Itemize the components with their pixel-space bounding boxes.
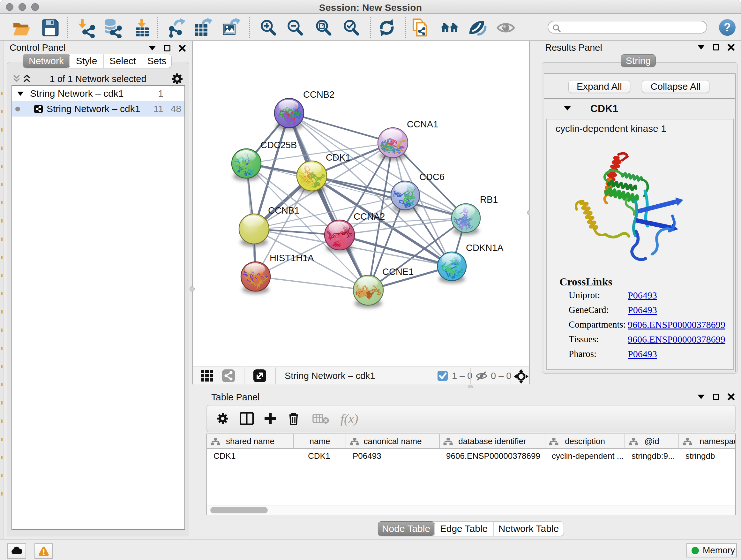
tab-node-table[interactable]: Node Table <box>378 522 434 536</box>
edge-HIST1H1A-CCNE1[interactable] <box>256 276 368 290</box>
crosslink-link[interactable]: P06493 <box>628 290 657 301</box>
import-network-database-icon[interactable] <box>103 18 123 38</box>
add-column-icon[interactable] <box>264 412 277 425</box>
entry-expander-icon[interactable] <box>564 106 571 111</box>
network-badge-icon[interactable] <box>222 369 235 382</box>
export-network-icon[interactable] <box>166 18 186 38</box>
cell-@id[interactable]: stringdb:9... <box>625 449 679 463</box>
table-horizontal-scrollbar[interactable] <box>207 505 735 515</box>
table-row[interactable]: CDK1CDK1P064939606.ENSP00000378699cyclin… <box>207 449 735 463</box>
tab-style[interactable]: Style <box>70 54 104 68</box>
crosslink-label: Pharos: <box>569 349 596 359</box>
crosslink-link[interactable]: 9606.ENSP00000378699 <box>628 319 725 330</box>
results-panel-float-icon[interactable] <box>713 44 719 51</box>
zoom-fit-icon[interactable] <box>313 18 333 38</box>
column-header-description[interactable]: description <box>545 434 625 448</box>
left-splitter-handle[interactable] <box>190 287 195 292</box>
zoom-in-icon[interactable] <box>258 18 278 38</box>
cell-description[interactable]: cyclin-dependent ... <box>545 449 625 463</box>
cloud-status-button[interactable] <box>7 543 26 559</box>
cell-database-identifier[interactable]: 9606.ENSP00000378699 <box>440 449 545 463</box>
save-session-icon[interactable] <box>40 18 60 38</box>
show-columns-icon[interactable] <box>240 412 254 425</box>
results-panel: Results Panel String Expand All Collapse… <box>530 41 741 386</box>
delete-column-icon[interactable] <box>287 412 300 425</box>
column-header-database-identifier[interactable]: database identifier <box>440 434 545 448</box>
crosslink-link[interactable]: 9606.ENSP00000378699 <box>628 334 725 345</box>
collapse-all-button[interactable]: Collapse All <box>642 80 710 93</box>
collapsed-tool-strip[interactable] <box>0 41 4 539</box>
crosslink-link[interactable]: P06493 <box>628 349 657 360</box>
node-label-CCNB2: CCNB2 <box>303 89 334 100</box>
open-in-window-icon[interactable] <box>253 369 266 382</box>
cell-name[interactable]: CDK1 <box>294 449 346 463</box>
fit-content-crosshair-icon[interactable] <box>514 369 529 384</box>
results-panel-window-buttons <box>697 44 735 51</box>
table-panel-close-icon[interactable] <box>728 393 735 400</box>
memory-status-button[interactable]: Memory <box>686 543 737 557</box>
table-settings-gear-icon[interactable] <box>216 412 229 425</box>
control-panel-float-icon[interactable] <box>164 45 171 51</box>
edge-CDK1-RB1[interactable] <box>312 176 466 218</box>
import-network-file-icon[interactable] <box>77 18 96 38</box>
tab-sets[interactable]: Sets <box>142 54 172 68</box>
results-entry-header[interactable]: CDK1 <box>544 99 735 119</box>
refresh-icon[interactable] <box>377 18 397 38</box>
node-label-CDK1: CDK1 <box>326 152 350 163</box>
scrollbar-thumb[interactable] <box>210 507 268 513</box>
tab-select[interactable]: Select <box>104 54 142 68</box>
hide-selected-icon[interactable] <box>468 18 487 38</box>
control-panel-tabs: Network Style Select Sets <box>23 54 172 68</box>
function-builder-button[interactable]: f(x) <box>340 411 358 426</box>
results-panel-close-icon[interactable] <box>728 44 735 51</box>
birdseye-grid-icon[interactable] <box>200 369 214 382</box>
open-session-icon[interactable] <box>11 18 31 38</box>
results-panel-menu-icon[interactable] <box>697 45 704 50</box>
network-options-gear-icon[interactable] <box>171 72 184 85</box>
table-header-row: shared namenamecanonical namedatabase id… <box>207 434 735 449</box>
selected-checkbox-icon[interactable] <box>437 370 448 381</box>
network-canvas[interactable]: CCNB2CCNA1CDC25BCDK1CDC6RB1CCNB1CCNA2CDK… <box>193 41 530 367</box>
warning-status-button[interactable] <box>35 543 53 559</box>
column-header-namespace[interactable]: namespace <box>679 434 736 448</box>
table-panel-tabs: Node Table Edge Table Network Table <box>378 522 563 536</box>
help-icon[interactable]: ? <box>718 18 736 37</box>
table-panel-float-icon[interactable] <box>713 394 719 400</box>
cell-canonical-name[interactable]: P06493 <box>346 449 440 463</box>
tab-edge-table[interactable]: Edge Table <box>434 522 494 536</box>
export-table-icon[interactable] <box>193 18 213 38</box>
column-header-canonical-name[interactable]: canonical name <box>346 434 440 448</box>
hidden-eye-icon[interactable] <box>475 371 488 381</box>
collection-expander-icon[interactable] <box>17 91 23 96</box>
export-image-icon[interactable] <box>221 18 241 38</box>
control-panel-close-icon[interactable] <box>179 45 186 52</box>
tab-network-table[interactable]: Network Table <box>494 522 563 536</box>
tab-network[interactable]: Network <box>23 54 70 68</box>
column-type-icon <box>683 438 692 445</box>
current-network-indicator <box>15 107 20 111</box>
crosslink-link[interactable]: P06493 <box>628 305 657 315</box>
copy-network-icon[interactable] <box>411 18 431 38</box>
search-input[interactable] <box>548 21 707 34</box>
column-header-@id[interactable]: @id <box>625 434 679 448</box>
node-label-HIST1H1A: HIST1H1A <box>270 253 314 263</box>
import-table-file-icon[interactable] <box>132 18 152 38</box>
separator <box>244 368 245 384</box>
home-pages-icon[interactable] <box>440 18 460 38</box>
crosslink-label: GeneCard: <box>569 305 609 315</box>
expand-all-button[interactable]: Expand All <box>568 80 630 93</box>
cell-shared-name[interactable]: CDK1 <box>207 449 294 463</box>
cell-namespace[interactable]: stringdb <box>679 449 736 463</box>
control-panel-menu-icon[interactable] <box>149 46 156 51</box>
table-panel-menu-icon[interactable] <box>697 395 704 399</box>
zoom-out-icon[interactable] <box>285 18 305 38</box>
delete-table-icon[interactable] <box>313 413 329 424</box>
network-row[interactable]: String Network – cdk1 11 48 <box>12 101 185 117</box>
column-header-shared-name[interactable]: shared name <box>207 434 294 448</box>
zoom-selected-icon[interactable] <box>341 18 361 38</box>
column-header-name[interactable]: name <box>294 434 346 448</box>
edge-CCNB2-CCNE1[interactable] <box>289 113 368 290</box>
network-collection-row[interactable]: String Network – cdk1 1 <box>12 86 185 101</box>
show-eye-icon[interactable] <box>496 18 516 38</box>
results-tab-string[interactable]: String <box>621 55 656 67</box>
